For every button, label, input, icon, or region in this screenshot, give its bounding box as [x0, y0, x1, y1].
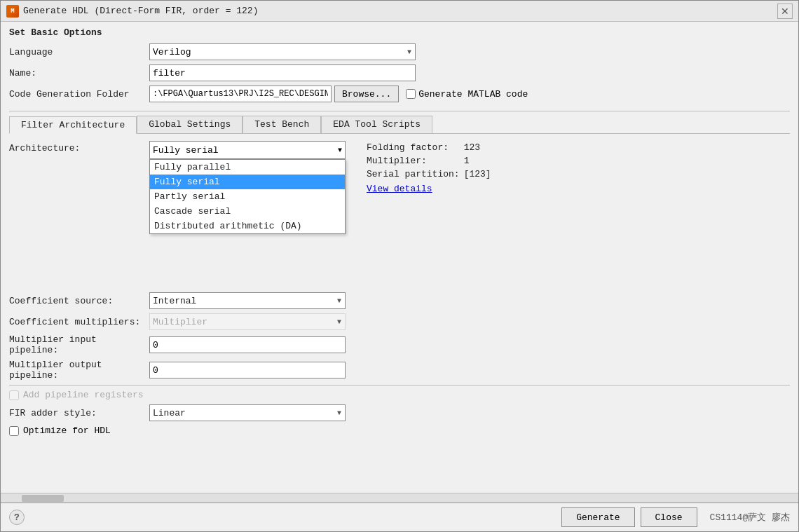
name-label: Name: — [9, 68, 149, 79]
main-window: M Generate HDL (Direct-Form FIR, order =… — [0, 0, 799, 532]
architecture-select-arrow-icon: ▼ — [338, 146, 342, 154]
main-content: Set Basic Options Language Verilog VHDL … — [1, 22, 798, 493]
section-header: Set Basic Options — [9, 27, 790, 38]
folding-label: Folding factor: — [367, 141, 464, 154]
window-close-button[interactable]: ✕ — [777, 4, 793, 19]
multiplier-input-pipeline-input[interactable] — [149, 336, 346, 353]
optimize-row: Optimize for HDL — [9, 425, 790, 436]
divider-2 — [9, 385, 790, 386]
architecture-select-container: Fully serial ▼ Fully parallel Fully seri… — [149, 141, 346, 159]
details-multiplier-row: Multiplier: 1 — [367, 154, 496, 168]
details-table: Folding factor: 123 Multiplier: 1 Serial… — [367, 141, 496, 181]
coefficient-multipliers-select: Multiplier — [149, 313, 346, 330]
tab-global-settings[interactable]: Global Settings — [137, 116, 243, 133]
generate-button[interactable]: Generate — [561, 507, 634, 527]
name-input[interactable] — [149, 64, 416, 81]
multiplier-output-pipeline-label: Multiplier output pipeline: — [9, 360, 149, 381]
folding-value: 123 — [464, 141, 496, 154]
coefficient-source-row: Coefficient source: Internal External ▼ — [9, 292, 790, 309]
multiplier-output-pipeline-input[interactable] — [149, 362, 346, 378]
dropdown-item-fully-serial[interactable]: Fully serial — [150, 175, 345, 189]
code-gen-row: Code Generation Folder Browse... Generat… — [9, 86, 790, 102]
fir-adder-row: FIR adder style: Linear Tree ▼ — [9, 404, 790, 421]
coefficient-multipliers-row: Coefficient multipliers: Multiplier ▼ — [9, 313, 790, 330]
optimize-hdl-checkbox[interactable] — [9, 426, 19, 436]
tab-content-filter-architecture: Architecture: Fully serial ▼ Fully paral… — [9, 134, 790, 487]
coefficient-multipliers-label: Coefficient multipliers: — [9, 317, 149, 327]
matlab-icon: M — [6, 5, 19, 18]
tab-test-bench[interactable]: Test Bench — [243, 116, 321, 133]
bottom-bar: ? Generate Close CS1114@萨文 廖杰 — [1, 503, 798, 531]
details-folding-row: Folding factor: 123 — [367, 141, 496, 154]
fir-adder-label: FIR adder style: — [9, 408, 149, 418]
multiplier-output-pipeline-row: Multiplier output pipeline: — [9, 360, 790, 381]
title-bar: M Generate HDL (Direct-Form FIR, order =… — [1, 1, 798, 22]
add-pipeline-checkbox — [9, 390, 19, 400]
fir-adder-select-wrapper: Linear Tree ▼ — [149, 404, 346, 421]
fir-adder-select[interactable]: Linear Tree — [149, 404, 346, 421]
language-select[interactable]: Verilog VHDL — [149, 43, 416, 60]
right-panel: Folding factor: 123 Multiplier: 1 Serial… — [367, 141, 496, 194]
dropdown-item-cascade-serial[interactable]: Cascade serial — [150, 204, 345, 219]
architecture-selected-value: Fully serial — [153, 145, 219, 156]
dropdown-item-distributed-arithmetic[interactable]: Distributed arithmetic (DA) — [150, 219, 345, 233]
add-pipeline-row: Add pipeline registers — [9, 390, 790, 400]
multiplier-value: 1 — [464, 154, 496, 168]
optimize-hdl-label: Optimize for HDL — [23, 425, 111, 436]
coefficient-multipliers-select-wrapper: Multiplier ▼ — [149, 313, 346, 330]
language-row: Language Verilog VHDL ▼ — [9, 43, 790, 60]
multiplier-label: Multiplier: — [367, 154, 464, 168]
name-row: Name: — [9, 64, 790, 81]
tab-eda-tools[interactable]: EDA Tool Scripts — [321, 116, 432, 133]
browse-button[interactable]: Browse... — [334, 86, 399, 102]
architecture-label: Architecture: — [9, 141, 149, 154]
watermark-text: CS1114@萨文 廖杰 — [710, 511, 790, 524]
architecture-row: Architecture: Fully serial ▼ Fully paral… — [9, 141, 790, 194]
divider-1 — [9, 111, 790, 111]
language-select-wrapper: Verilog VHDL ▼ — [149, 43, 416, 60]
dropdown-item-partly-serial[interactable]: Partly serial — [150, 189, 345, 204]
multiplier-input-pipeline-row: Multiplier input pipeline: — [9, 334, 790, 355]
window-title: Generate HDL (Direct-Form FIR, order = 1… — [23, 6, 258, 16]
architecture-select-box[interactable]: Fully serial ▼ — [149, 141, 346, 159]
code-gen-input[interactable] — [149, 86, 332, 102]
coefficient-source-select-wrapper: Internal External ▼ — [149, 292, 346, 309]
matlab-code-checkbox[interactable] — [406, 89, 416, 99]
tab-filter-architecture[interactable]: Filter Architecture — [9, 116, 137, 134]
coefficient-source-select[interactable]: Internal External — [149, 292, 346, 309]
multiplier-input-pipeline-label: Multiplier input pipeline: — [9, 334, 149, 355]
architecture-dropdown: Fully parallel Fully serial Partly seria… — [149, 159, 346, 234]
serial-partition-label: Serial partition: — [367, 168, 464, 181]
serial-partition-value: [123] — [464, 168, 496, 181]
dropdown-item-fully-parallel[interactable]: Fully parallel — [150, 160, 345, 175]
scrollbar-thumb — [22, 495, 64, 502]
add-pipeline-label: Add pipeline registers — [23, 390, 144, 400]
scrollbar[interactable] — [1, 493, 798, 503]
details-serial-partition-row: Serial partition: [123] — [367, 168, 496, 181]
arch-and-details: Fully serial ▼ Fully parallel Fully seri… — [149, 141, 496, 194]
bottom-buttons: Generate Close CS1114@萨文 廖杰 — [561, 507, 790, 527]
code-gen-label: Code Generation Folder — [9, 89, 149, 100]
language-label: Language — [9, 47, 149, 57]
tabs-bar: Filter Architecture Global Settings Test… — [9, 116, 790, 134]
view-details-link[interactable]: View details — [367, 184, 496, 194]
close-button[interactable]: Close — [641, 507, 697, 527]
matlab-code-label: Generate MATLAB code — [406, 89, 528, 100]
coefficient-source-label: Coefficient source: — [9, 296, 149, 306]
help-button[interactable]: ? — [9, 510, 25, 525]
